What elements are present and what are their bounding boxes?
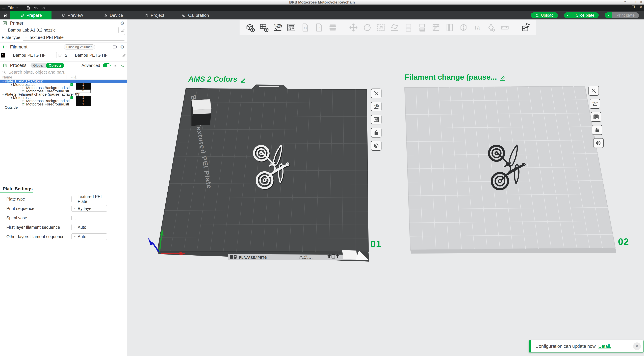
plate2-number[interactable]: 02	[618, 236, 629, 247]
add-object-icon[interactable]	[245, 23, 255, 32]
arrange-plate-button[interactable]	[371, 115, 382, 124]
plate-settings-button[interactable]	[371, 141, 382, 151]
filament-cell[interactable]: 1	[76, 86, 90, 89]
toast-detail-link[interactable]: Detail.	[598, 344, 611, 349]
filament-swatch[interactable]: 1	[1, 53, 5, 57]
home-button[interactable]	[0, 11, 10, 19]
tab-project[interactable]: Project	[134, 11, 175, 19]
advanced-toggle[interactable]	[103, 63, 110, 67]
filament-select[interactable]: Bambu PETG HF	[68, 52, 120, 58]
printable-checkbox[interactable]: ✓	[70, 83, 73, 86]
save-button[interactable]	[24, 6, 32, 10]
minimize-app-button[interactable]: −	[625, 5, 627, 9]
plate1-number[interactable]: 01	[370, 238, 382, 249]
process-section-title: Process	[10, 63, 26, 68]
filament-select[interactable]: Bambu PETG HF	[7, 52, 57, 58]
split-parts-icon	[417, 23, 427, 32]
print-plate-button[interactable]: Print plate	[612, 12, 639, 18]
edit-filament-icon[interactable]	[121, 53, 126, 57]
plate1-name: AMS 2 Colors	[188, 75, 237, 83]
redo-button[interactable]	[40, 6, 48, 10]
maximize-app-button[interactable]: ❐	[632, 5, 635, 9]
expander-icon[interactable]: ▼	[1, 93, 5, 96]
close-os-button[interactable]: ×	[640, 0, 643, 4]
tree-row[interactable]: Motocross Foreground.stl1	[0, 103, 127, 106]
segment-global[interactable]: Global	[30, 63, 46, 68]
close-app-button[interactable]: ✕	[639, 5, 642, 9]
toast-close-button[interactable]: ✕	[633, 343, 641, 350]
plate2-title[interactable]: Filament change (pause...	[404, 73, 506, 81]
arrange-plate-icon	[373, 116, 379, 123]
tab-calibration[interactable]: Calibration	[175, 11, 216, 19]
expander-icon[interactable]: ▼	[10, 83, 13, 86]
filament-cell[interactable]: 1	[76, 103, 90, 106]
3d-viewport[interactable]: Bambu Textured PEI Plate PLA/ABS/PETG HO…	[127, 19, 644, 356]
printer-settings-gear-icon[interactable]: ⚙	[120, 20, 124, 26]
slice-plate-dropdown[interactable]	[564, 12, 571, 18]
delete-plate-icon	[373, 90, 379, 96]
filament-settings-gear-icon[interactable]: ⚙	[120, 44, 124, 50]
tab-device[interactable]: Device	[92, 11, 134, 19]
edit-printer-icon[interactable]	[120, 28, 125, 32]
prime-tower[interactable]	[190, 99, 211, 126]
plate-2[interactable]	[404, 86, 616, 254]
add-filament-button[interactable]: +	[98, 44, 102, 50]
lock-plate-button[interactable]	[371, 128, 382, 137]
tab-label: Device	[110, 13, 123, 18]
delete-plate-button[interactable]	[588, 86, 599, 96]
setting-select[interactable]: Auto	[72, 224, 107, 230]
setting-select[interactable]: Textured PEI Plate	[72, 196, 107, 202]
flushing-volumes-button[interactable]: Flushing volumes	[64, 44, 95, 49]
auto-orient-plate-button[interactable]: AUTO	[590, 99, 600, 109]
upload-button[interactable]: Upload	[531, 12, 558, 18]
expander-icon[interactable]: ▼	[10, 96, 13, 99]
edit-pencil-icon[interactable]	[499, 74, 506, 81]
process-compare-icon[interactable]	[120, 63, 124, 67]
preview-icon	[61, 13, 66, 17]
undo-button[interactable]	[32, 6, 40, 10]
minimize-os-button[interactable]: −	[629, 0, 632, 4]
spiral-vase-checkbox[interactable]	[72, 216, 76, 220]
printer-section-header: Printer ⚙	[0, 19, 127, 27]
add-plate-icon[interactable]	[259, 23, 269, 32]
arrange-icon[interactable]	[286, 23, 296, 32]
printable-checkbox[interactable]: ✓	[70, 96, 73, 99]
assembly-puzzle-icon[interactable]	[521, 23, 530, 32]
segment-objects[interactable]: Objects	[46, 63, 64, 68]
setting-select[interactable]: By layer	[72, 205, 107, 212]
tab-preview[interactable]: Preview	[52, 11, 92, 19]
ams-sync-icon[interactable]	[112, 44, 118, 49]
printer-preset-select[interactable]: Bambu Lab A1 0.2 nozzle	[2, 27, 118, 33]
tree-row[interactable]: Outside	[0, 106, 127, 109]
delete-plate-button[interactable]	[371, 88, 382, 98]
lock-plate-button[interactable]	[592, 125, 602, 135]
filament-name: Bambu PETG HF	[75, 53, 108, 58]
plate-1[interactable]: Bambu Textured PEI Plate PLA/ABS/PETG HO…	[148, 85, 370, 262]
setting-select[interactable]: Auto	[72, 233, 107, 240]
project-icon	[144, 13, 149, 17]
slice-plate-button[interactable]: Slice plate	[571, 12, 599, 18]
edit-pencil-icon[interactable]	[240, 76, 247, 83]
expander-icon[interactable]: ▼	[1, 80, 5, 83]
process-list-icon[interactable]	[113, 63, 118, 68]
plate-type-label: Plate type	[2, 35, 20, 40]
remove-filament-button[interactable]: −	[105, 44, 110, 50]
print-plate-dropdown[interactable]	[605, 12, 612, 18]
plate-settings-tab[interactable]: Plate Settings	[0, 184, 33, 193]
maximize-os-button[interactable]: +	[634, 0, 637, 4]
auto-orient-plate-button[interactable]: AUTO	[371, 102, 382, 111]
auto-orient-icon[interactable]: AUTO	[273, 23, 282, 32]
filament-cell[interactable]: 1	[76, 99, 90, 103]
tab-strip: PreparePreviewDeviceProjectCalibration	[10, 11, 216, 19]
edit-filament-icon[interactable]	[58, 53, 63, 57]
plate-type-select[interactable]: Textured PEI Plate	[23, 34, 125, 40]
arrange-plate-button[interactable]	[591, 112, 601, 122]
tab-prepare[interactable]: Prepare	[10, 11, 52, 19]
top-actions: Upload Slice plate Print plate	[531, 12, 639, 18]
plate-settings-button[interactable]	[593, 138, 604, 148]
plate1-title[interactable]: AMS 2 Colors	[188, 75, 247, 83]
search-input[interactable]	[8, 69, 125, 75]
filament-slot-2: 2Bambu PETG HF	[64, 52, 126, 58]
shade-window-button[interactable]: ⌃	[624, 0, 626, 4]
file-menu[interactable]: File	[0, 5, 20, 10]
